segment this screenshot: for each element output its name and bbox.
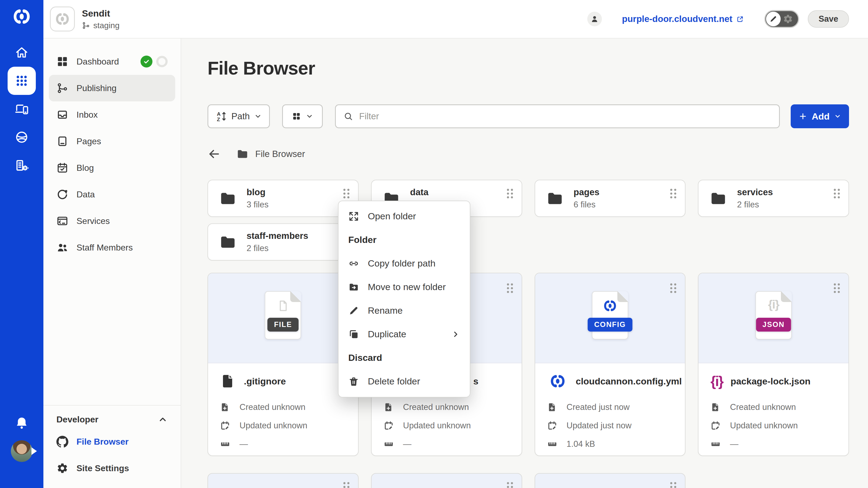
drag-handle[interactable] (831, 186, 843, 201)
file-card-partial[interactable] (535, 473, 686, 488)
drag-dots-icon (504, 479, 516, 488)
drag-handle[interactable] (504, 479, 516, 488)
file-card-package-lock-json[interactable]: {i}JSON{i}package-lock.jsonCreated unkno… (698, 273, 849, 456)
file-size: — (730, 439, 738, 449)
calendar-icon (56, 162, 68, 174)
site-switcher[interactable]: Sendit staging (50, 6, 120, 31)
folder-card-pages[interactable]: pages6 files (535, 180, 686, 217)
drag-handle[interactable] (340, 186, 352, 201)
file-card-body: cloudcannon.config.ymlCreated just nowUp… (535, 363, 685, 453)
app-rail (0, 0, 43, 488)
drag-handle[interactable] (504, 186, 516, 201)
menu-item-delete-folder[interactable]: Delete folder (339, 369, 470, 393)
file-plus-icon (710, 402, 721, 412)
menu-item-rename[interactable]: Rename (339, 299, 470, 322)
drag-handle[interactable] (504, 280, 516, 296)
drag-handle[interactable] (340, 479, 352, 488)
folder-file-count: 3 files (247, 200, 269, 209)
drag-handle[interactable] (667, 186, 680, 201)
search-icon (343, 111, 353, 121)
file-created: Created unknown (240, 402, 305, 412)
menu-item-copy-folder-path[interactable]: Copy folder path (339, 252, 470, 275)
notifications-bell-icon[interactable] (14, 416, 29, 430)
file-card-partial[interactable] (371, 473, 522, 488)
sidebar-item-dashboard[interactable]: Dashboard (49, 48, 175, 75)
chevron-down-icon (306, 112, 313, 120)
sidebar-item-site-settings[interactable]: Site Settings (49, 455, 175, 482)
developer-label: Developer (56, 415, 98, 425)
globe-icon (14, 130, 29, 144)
topbar: Sendit staging purple-door.cloudvent.net (43, 0, 868, 38)
drag-handle[interactable] (667, 280, 680, 296)
back-arrow-icon[interactable] (208, 148, 220, 161)
sidebar-expand-arrow-icon[interactable] (31, 447, 37, 455)
page-title: File Browser (208, 58, 849, 78)
menu-section-folder: Folder (339, 228, 470, 252)
sidebar-item-label: Dashboard (76, 57, 119, 67)
page-fold-corner (617, 291, 628, 302)
file-page-thumbnail: CONFIG (592, 291, 628, 339)
folder-context-menu: Open folderFolderCopy folder pathMove to… (338, 201, 470, 397)
sidebar-item-label: File Browser (76, 437, 129, 447)
github-icon (56, 436, 68, 448)
filter-input[interactable] (359, 111, 771, 122)
editor-mode-toggle[interactable] (764, 10, 799, 28)
file-name: package-lock.json (731, 376, 810, 387)
rail-item-globe[interactable] (14, 130, 29, 145)
file-created-row: Created unknown (383, 398, 510, 416)
sidebar-item-label: Blog (76, 163, 94, 173)
save-button[interactable]: Save (808, 10, 849, 28)
file-card-partial[interactable] (208, 473, 359, 488)
menu-item-duplicate[interactable]: Duplicate (339, 322, 470, 346)
folder-card-blog[interactable]: blog3 files (208, 180, 359, 217)
sidebar-item-inbox[interactable]: Inbox (49, 101, 175, 128)
rail-item-apps[interactable] (8, 67, 36, 95)
sidebar-item-publishing[interactable]: Publishing (49, 75, 175, 101)
sidebar-item-label: Site Settings (76, 463, 129, 474)
domain-text: purple-door.cloudvent.net (622, 14, 733, 24)
user-avatar[interactable] (11, 440, 33, 462)
rail-item-devices[interactable] (14, 101, 29, 117)
rail-bottom (0, 416, 43, 488)
file-name: .gitignore (244, 376, 286, 387)
account-avatar[interactable] (587, 12, 602, 26)
sidebar-item-label: Publishing (76, 83, 117, 93)
external-link-icon (736, 15, 744, 23)
file-card-gitignore[interactable]: FILE.gitignoreCreated unknownUpdated unk… (208, 273, 359, 456)
sidebar-item-services[interactable]: Services (49, 208, 175, 234)
menu-item-move-to-new-folder[interactable]: Move to new folder (339, 275, 470, 299)
folder-card-services[interactable]: services2 files (698, 180, 849, 217)
rail-item-organization[interactable] (14, 158, 29, 173)
file-created: Created unknown (730, 402, 796, 412)
sort-dropdown[interactable]: Path (208, 104, 270, 128)
sidebar-item-staff-members[interactable]: Staff Members (49, 234, 175, 261)
folder-card-staff-members[interactable]: staff-members2 files (208, 223, 359, 261)
sidebar-item-pages[interactable]: Pages (49, 128, 175, 155)
sidebar: DashboardPublishingInboxPagesBlogDataSer… (43, 38, 181, 488)
copy-icon (348, 329, 359, 340)
page-fold-corner (781, 291, 792, 302)
cloudcannon-logo-icon (547, 373, 568, 389)
cloudcannon-logo-icon (603, 299, 617, 313)
rail-item-home[interactable] (14, 45, 29, 60)
drag-handle[interactable] (831, 280, 843, 296)
sidebar-item-label: Services (76, 216, 110, 226)
menu-item-open-folder[interactable]: Open folder (339, 204, 470, 228)
sidebar-item-blog[interactable]: Blog (49, 155, 175, 181)
file-card-cloudcannon-config-yml[interactable]: CONFIGcloudcannon.config.ymlCreated just… (535, 273, 686, 456)
site-domain-link[interactable]: purple-door.cloudvent.net (622, 14, 744, 24)
grid-view-icon (291, 111, 301, 121)
cloudcannon-logo-icon (12, 7, 31, 26)
developer-section-header[interactable]: Developer (49, 411, 175, 428)
view-mode-dropdown[interactable] (282, 104, 323, 128)
folder-info: pages6 files (574, 187, 599, 209)
add-button[interactable]: Add (791, 104, 849, 128)
file-created-row: Created unknown (710, 398, 837, 416)
file-name-row: .gitignore (220, 371, 346, 391)
breadcrumb-label: File Browser (255, 149, 305, 159)
sidebar-item-data[interactable]: Data (49, 181, 175, 208)
sidebar-item-file-browser[interactable]: File Browser (49, 428, 175, 455)
status-success-icon (141, 56, 152, 67)
drag-handle[interactable] (667, 479, 680, 488)
site-logo (50, 6, 75, 31)
